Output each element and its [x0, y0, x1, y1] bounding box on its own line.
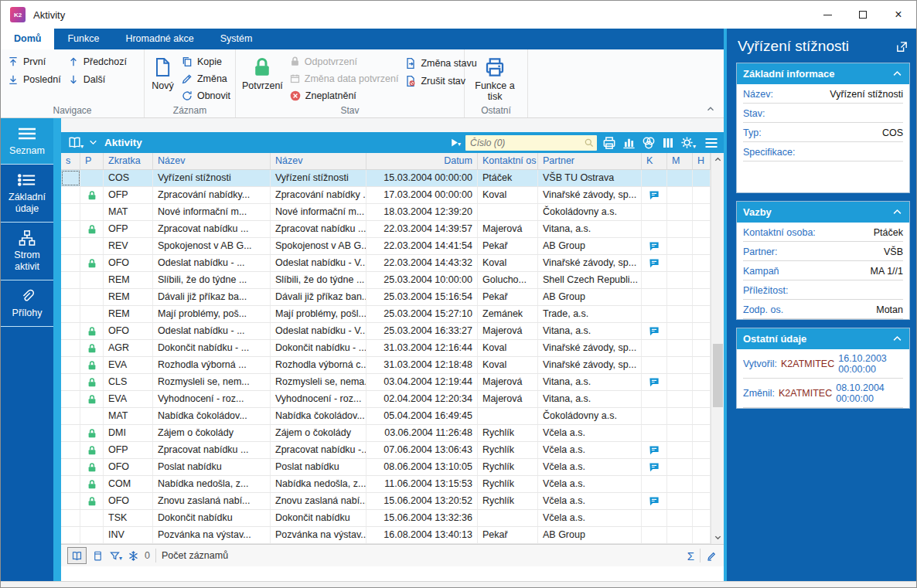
- edit-pencil-icon[interactable]: [706, 550, 718, 562]
- refresh-button[interactable]: Obnovit: [181, 89, 230, 104]
- table-row[interactable]: REMSlíbili, že do týdne ...Slíbili, že d…: [61, 272, 711, 289]
- table-row[interactable]: MATNabídka čokoládov...Nabídka čokoládov…: [61, 408, 711, 425]
- sidebar-item-seznam[interactable]: Seznam: [1, 118, 53, 165]
- chevron-up-icon[interactable]: [891, 333, 903, 345]
- tab-funkce[interactable]: Funkce: [54, 29, 112, 49]
- column-header-partner[interactable]: Partner: [538, 153, 642, 169]
- open-detail-icon[interactable]: [895, 40, 908, 53]
- tab-domu[interactable]: Domů: [1, 29, 54, 49]
- new-button[interactable]: Nový: [151, 54, 175, 104]
- vertical-scrollbar[interactable]: [711, 153, 724, 544]
- change-button[interactable]: Změna: [181, 71, 230, 86]
- confirm-label: Potvrzení: [242, 80, 283, 91]
- table-cell: Nové informační m...: [153, 204, 271, 220]
- table-cell: Rychlík: [478, 493, 538, 509]
- table-row[interactable]: OFPZpracovat nabídku ...Zpracovat nabídk…: [61, 442, 711, 459]
- table-row[interactable]: CLSRozmysleli se, nem...Rozmysleli se, n…: [61, 374, 711, 391]
- sum-icon[interactable]: Σ: [687, 549, 694, 563]
- group-label-ostatni: Ostatní: [465, 105, 527, 116]
- table-cell: OFO: [104, 493, 153, 509]
- table-row[interactable]: REMDávali již příkaz ba...Dávali již pří…: [61, 289, 711, 306]
- tab-system[interactable]: Systém: [207, 29, 266, 49]
- table-row[interactable]: OFPZpracování nabídky...Zpracování nabíd…: [61, 187, 711, 204]
- table-row[interactable]: DMIZájem o čokoládyZájem o čokolády03.06…: [61, 425, 711, 442]
- next-button[interactable]: Další: [67, 72, 127, 87]
- table-cell: MAT: [104, 204, 153, 220]
- table-row[interactable]: REMMají problémy, poš...Mají problémy, p…: [61, 306, 711, 323]
- table-row[interactable]: AGRDokončit nabídku - ...Dokončit nabídk…: [61, 340, 711, 357]
- table-row[interactable]: OFPZpracovat nabídku ...Zpracovat nabídk…: [61, 221, 711, 238]
- table-row[interactable]: OFOOdeslat nabídku - ...Odeslat nabídku …: [61, 255, 711, 272]
- table-row[interactable]: INVPozvánka na výstav...Pozvánka na výst…: [61, 527, 711, 544]
- column-header-h[interactable]: H: [693, 153, 711, 169]
- panel-field: KampaňMA 1//1: [743, 261, 903, 280]
- column-header-n-zev[interactable]: Název: [153, 153, 271, 169]
- print-grid-icon[interactable]: [602, 135, 617, 151]
- table-row[interactable]: EVAVyhodnocení - roz...Vyhodnocení - roz…: [61, 391, 711, 408]
- table-row[interactable]: COMNabídka nedošla, z...Nabídka nedošla,…: [61, 476, 711, 493]
- table-row[interactable]: COSVyřízení stížnostiVyřízení stížnosti1…: [61, 170, 711, 187]
- maximize-button[interactable]: [845, 1, 881, 29]
- book-view-button[interactable]: [67, 547, 87, 564]
- table-cell: 03.04.2004 12:19:44: [366, 374, 478, 390]
- grid-area: ▾ Aktivity ▾: [61, 118, 724, 581]
- table-cell: [693, 170, 711, 186]
- table-row[interactable]: OFOOdeslat nabídku - ...Odeslat nabídku …: [61, 323, 711, 340]
- table-row[interactable]: MATNové informační m...Nové informační m…: [61, 204, 711, 221]
- column-header-p[interactable]: P: [80, 153, 104, 169]
- panel-section-header[interactable]: Základní informace: [737, 63, 909, 84]
- close-button[interactable]: ×: [881, 1, 916, 29]
- ribbon: První Poslední Předchozí Další: [1, 49, 724, 118]
- invalidate-button[interactable]: Zneplatnění: [289, 89, 399, 104]
- table-row[interactable]: OFOPoslat nabídkuPoslat nabídku08.06.200…: [61, 459, 711, 476]
- play-icon[interactable]: ▾: [449, 138, 461, 148]
- grid-menu-icon[interactable]: [704, 135, 719, 151]
- collapse-ribbon-button[interactable]: [705, 104, 716, 114]
- columns-icon[interactable]: [661, 136, 675, 150]
- scrollbar-thumb[interactable]: [713, 344, 723, 407]
- chevron-down-icon[interactable]: [88, 138, 98, 148]
- copy-button[interactable]: Kopie: [181, 54, 230, 69]
- panel-section-header[interactable]: Ostatní údaje: [737, 328, 909, 349]
- search-input[interactable]: [465, 135, 597, 151]
- scroll-down-icon[interactable]: [711, 531, 724, 544]
- grid-title: Aktivity: [104, 137, 142, 148]
- filter-icon[interactable]: ▾: [109, 550, 122, 562]
- chevron-up-icon[interactable]: [891, 68, 903, 80]
- chart-icon[interactable]: [622, 135, 636, 150]
- column-header-datum[interactable]: Datum: [366, 153, 478, 169]
- last-button[interactable]: Poslední: [7, 72, 61, 87]
- snowflake-icon[interactable]: [128, 550, 139, 562]
- form-view-button[interactable]: [92, 550, 104, 562]
- first-button[interactable]: První: [7, 54, 61, 70]
- column-header-s[interactable]: s: [61, 153, 80, 169]
- functions-print-button[interactable]: Funkce a tisk: [471, 54, 519, 104]
- column-header-k[interactable]: K: [642, 153, 667, 169]
- column-header-m[interactable]: M: [667, 153, 693, 169]
- analysis-icon[interactable]: [641, 135, 656, 151]
- table-row[interactable]: OFOZnovu zaslaná nabí...Znovu zaslaná na…: [61, 493, 711, 510]
- table-cell: MAT: [104, 408, 153, 424]
- sidebar-item-p-lohy[interactable]: Přílohy: [1, 280, 53, 327]
- lock-green-icon: [251, 56, 274, 79]
- chevron-up-icon[interactable]: [891, 206, 903, 218]
- table-row[interactable]: EVARozhodla výborná ...Rozhodla výborná …: [61, 357, 711, 374]
- minimize-button[interactable]: [810, 1, 845, 29]
- previous-button[interactable]: Předchozí: [67, 54, 127, 70]
- book-icon[interactable]: ▾: [67, 135, 84, 150]
- settings-gear-icon[interactable]: ▾: [680, 135, 696, 150]
- sidebar-item-z-kladn-daje[interactable]: Základní údaje: [1, 165, 53, 223]
- copy-icon: [181, 56, 193, 68]
- confirm-button[interactable]: Potvrzení: [242, 54, 283, 104]
- panel-section-header[interactable]: Vazby: [737, 202, 909, 223]
- column-header-n-zev[interactable]: Název: [271, 153, 366, 169]
- column-header-kontaktn-os[interactable]: Kontaktní os: [478, 153, 538, 169]
- arrow-to-top-icon: [7, 56, 19, 68]
- column-header-zkratka[interactable]: Zkratka: [104, 153, 153, 169]
- table-cell: [61, 493, 80, 509]
- table-row[interactable]: TSKDokončit nabídkuDokončit nabídku15.06…: [61, 510, 711, 527]
- tab-hromadne-akce[interactable]: Hromadné akce: [112, 29, 206, 49]
- sidebar-item-strom-aktivit[interactable]: Strom aktivit: [1, 223, 53, 280]
- scroll-up-icon[interactable]: [711, 153, 724, 166]
- table-row[interactable]: REVSpokojenost v AB G...Spokojenost v AB…: [61, 238, 711, 255]
